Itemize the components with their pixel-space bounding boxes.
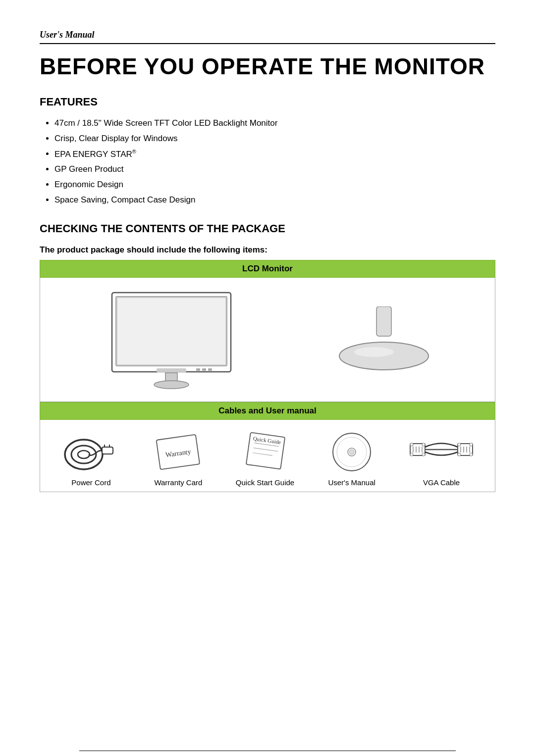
- checking-section: Checking the Contents of the Package The…: [40, 222, 495, 492]
- checking-heading: Checking the Contents of the Package: [40, 222, 495, 235]
- vga-cable-group: VGA Cable: [409, 430, 474, 487]
- users-manual-group: User's Manual: [327, 430, 376, 487]
- cables-images-row: Power Cord Warranty Warranty Card: [40, 420, 495, 492]
- cables-bar: Cables and User manual: [40, 402, 495, 420]
- warranty-card-label: Warranty Card: [154, 478, 202, 487]
- svg-point-36: [422, 443, 425, 446]
- list-item: Crisp, Clear Display for Windows: [54, 132, 495, 146]
- svg-rect-9: [376, 306, 391, 336]
- cables-section: Power Cord Warranty Warranty Card: [40, 420, 495, 492]
- svg-point-28: [349, 450, 354, 454]
- bottom-divider: [79, 751, 456, 751]
- svg-point-46: [470, 453, 473, 456]
- svg-point-43: [458, 443, 461, 446]
- warranty-card-group: Warranty Warranty Card: [154, 430, 203, 487]
- vga-cable-label: VGA Cable: [423, 478, 460, 487]
- svg-point-35: [410, 453, 413, 456]
- svg-rect-4: [196, 368, 200, 371]
- svg-rect-5: [202, 368, 206, 371]
- users-manual-label: User's Manual: [328, 478, 375, 487]
- features-list: 47cm / 18.5" Wide Screen TFT Color LED B…: [40, 116, 495, 207]
- svg-rect-6: [208, 368, 212, 371]
- features-heading: Features: [40, 96, 495, 108]
- svg-point-44: [458, 453, 461, 456]
- svg-rect-15: [102, 447, 113, 454]
- svg-rect-2: [117, 298, 226, 365]
- list-item: Space Saving, Compact Case Design: [54, 193, 495, 207]
- svg-point-14: [78, 451, 90, 458]
- list-item: Ergonomic Design: [54, 178, 495, 192]
- lcd-bar: LCD Monitor: [40, 260, 495, 278]
- svg-point-34: [410, 443, 413, 446]
- svg-point-11: [354, 347, 394, 357]
- page-title: Before You Operate the Monitor: [40, 53, 495, 80]
- list-item: GP Green Product: [54, 162, 495, 177]
- svg-point-12: [65, 440, 103, 469]
- package-intro: The product package should include the f…: [40, 245, 495, 255]
- header-divider: [40, 43, 495, 44]
- quick-guide-group: Quick Guide Quick Start Guide: [236, 430, 294, 487]
- svg-rect-3: [157, 368, 186, 372]
- list-item: 47cm / 18.5" Wide Screen TFT Color LED B…: [54, 116, 495, 131]
- lcd-monitor-image: [102, 288, 241, 392]
- list-item: EPA ENERGY STAR®: [54, 147, 495, 162]
- monitor-stand-image: [334, 306, 433, 373]
- monitor-images-row: [40, 278, 495, 402]
- manual-header-label: User's Manual: [40, 30, 95, 40]
- power-cord-group: Power Cord: [61, 430, 121, 487]
- svg-point-8: [154, 381, 189, 389]
- power-cord-label: Power Cord: [71, 478, 110, 487]
- quick-guide-label: Quick Start Guide: [236, 478, 294, 487]
- svg-point-45: [470, 443, 473, 446]
- monitor-section: [40, 278, 495, 402]
- svg-point-37: [422, 453, 425, 456]
